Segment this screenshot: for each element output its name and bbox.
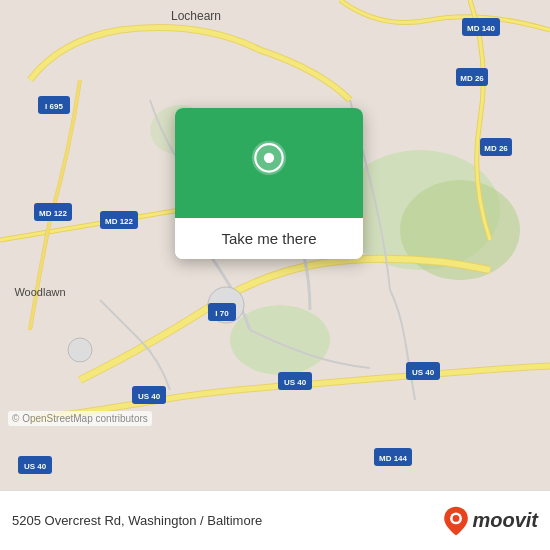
- svg-text:MD 26: MD 26: [460, 74, 484, 83]
- svg-text:MD 122: MD 122: [39, 209, 68, 218]
- map-container: I 695 MD 140 MD 26 MD 26 MD 122 MD 122 I…: [0, 0, 550, 490]
- copyright-text: © OpenStreetMap contributors: [8, 411, 152, 426]
- moovit-pin-icon: [440, 505, 472, 537]
- svg-point-37: [453, 515, 460, 522]
- svg-text:MD 122: MD 122: [105, 217, 134, 226]
- svg-text:I 70: I 70: [215, 309, 229, 318]
- location-popup: Take me there: [175, 108, 363, 259]
- svg-text:US 40: US 40: [412, 368, 435, 377]
- svg-text:MD 140: MD 140: [467, 24, 496, 33]
- svg-point-35: [264, 153, 274, 163]
- svg-text:MD 144: MD 144: [379, 454, 408, 463]
- location-pin-icon: [245, 139, 293, 187]
- svg-point-6: [68, 338, 92, 362]
- address-text: 5205 Overcrest Rd, Washington / Baltimor…: [12, 513, 262, 528]
- svg-text:US 40: US 40: [138, 392, 161, 401]
- moovit-brand-text: moovit: [472, 509, 538, 532]
- svg-text:Lochearn: Lochearn: [171, 9, 221, 23]
- moovit-logo: moovit: [440, 505, 538, 537]
- bottom-bar: 5205 Overcrest Rd, Washington / Baltimor…: [0, 490, 550, 550]
- svg-text:US 40: US 40: [24, 462, 47, 471]
- svg-text:Woodlawn: Woodlawn: [14, 286, 65, 298]
- svg-text:MD 26: MD 26: [484, 144, 508, 153]
- svg-text:US 40: US 40: [284, 378, 307, 387]
- popup-header: [175, 108, 363, 218]
- svg-text:I 695: I 695: [45, 102, 63, 111]
- take-me-there-button[interactable]: Take me there: [175, 218, 363, 259]
